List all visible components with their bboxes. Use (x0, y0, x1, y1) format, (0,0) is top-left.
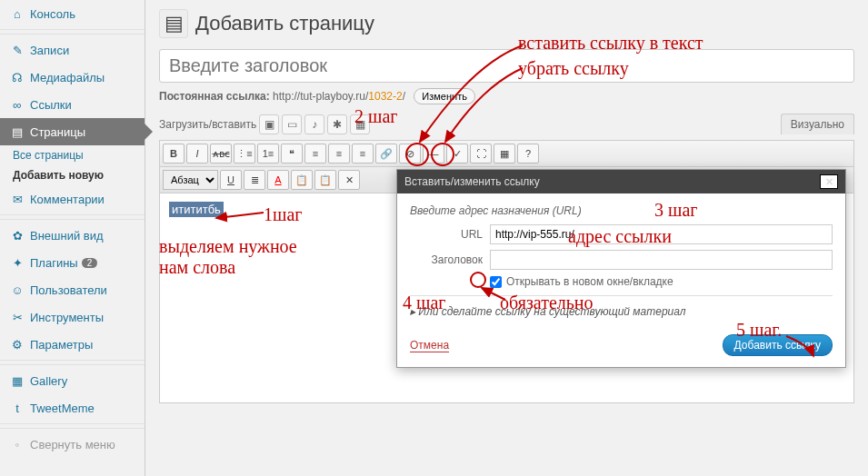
comment-icon: ✉ (9, 191, 25, 207)
twitter-icon: t (9, 400, 25, 416)
separator (0, 423, 145, 429)
url-label: URL (410, 228, 483, 241)
upload-video-button[interactable]: ▭ (282, 114, 302, 134)
format-select[interactable]: Абзац (163, 170, 218, 190)
label: Инструменты (30, 311, 104, 324)
expand-existing[interactable]: ▸ Или сделайте ссылку на существующий ма… (410, 302, 833, 322)
plugin-badge: 2 (82, 258, 98, 268)
newtab-row: Открывать в новом окне/вкладке (490, 275, 833, 288)
modal-footer: Отмена Добавить ссылку (397, 325, 845, 358)
underline-button[interactable]: U (220, 170, 242, 190)
appearance-icon: ✿ (9, 227, 25, 243)
modal-hint: Введите адрес назначения (URL) (410, 204, 833, 217)
ul-button[interactable]: ⋮≡ (234, 144, 255, 164)
url-row: URL (410, 224, 833, 244)
upload-image-button[interactable]: ▣ (259, 114, 279, 134)
permalink-base: http://tut-playboy.ru/ (273, 90, 368, 103)
permalink-row: Постоянная ссылка: http://tut-playboy.ru… (159, 88, 854, 104)
link-modal: Вставить/изменить ссылку ✕ Введите адрес… (396, 169, 846, 368)
url-input[interactable] (490, 224, 833, 244)
label: Консоль (30, 7, 75, 21)
sidebar-item-users[interactable]: ☺Пользователи (0, 276, 145, 303)
align-left-button[interactable]: ≡ (304, 144, 326, 164)
label: Страницы (30, 125, 85, 139)
sidebar-item-tools[interactable]: ✂Инструменты (0, 303, 145, 331)
label: Медиафайлы (30, 71, 105, 84)
close-button[interactable]: ✕ (820, 174, 838, 189)
label: Комментарии (30, 193, 105, 206)
sidebar-item-comments[interactable]: ✉Комментарии (0, 185, 145, 213)
label: Внешний вид (30, 229, 104, 243)
justify-button[interactable]: ≣ (244, 170, 265, 190)
modal-header[interactable]: Вставить/изменить ссылку ✕ (397, 170, 845, 193)
italic-button[interactable]: I (186, 144, 208, 164)
sidebar-item-settings[interactable]: ⚙Параметры (0, 331, 145, 358)
add-link-button[interactable]: Добавить ссылку (723, 334, 833, 356)
sidebar-item-console[interactable]: ⌂Консоль (0, 0, 145, 27)
sidebar-item-tweetmeme[interactable]: tTweetMeme (0, 394, 145, 421)
page-icon: ▤ (9, 124, 25, 140)
home-icon: ⌂ (9, 5, 25, 22)
sidebar-item-pages[interactable]: ▤Страницы (0, 118, 145, 145)
newtab-label: Открывать в новом окне/вкладке (506, 275, 673, 288)
sidebar-item-posts[interactable]: ✎Записи (0, 36, 145, 64)
submenu-add-new[interactable]: Добавить новую (0, 165, 145, 185)
upload-audio-button[interactable]: ♪ (304, 114, 324, 134)
modal-title: Вставить/изменить ссылку (404, 175, 540, 188)
spellcheck-button[interactable]: ✓ (446, 144, 468, 164)
upload-media-button[interactable]: ✱ (327, 114, 347, 134)
clear-format-button[interactable]: ✕ (338, 170, 360, 190)
permalink-suffix: / (403, 90, 405, 103)
label: Ссылки (30, 98, 72, 112)
toolbar-row-1: B I ᴀʙᴄ ⋮≡ 1≡ ❝ ≡ ≡ ≡ 🔗 ⊘ — ✓ ⛶ ▦ ? (160, 141, 853, 167)
bold-button[interactable]: B (163, 144, 185, 164)
newtab-checkbox[interactable] (490, 276, 502, 288)
remove-link-button[interactable]: ⊘ (399, 144, 421, 164)
sidebar-item-media[interactable]: ☊Медиафайлы (0, 64, 145, 91)
label: Параметры (30, 338, 93, 352)
permalink-slug: 1032-2 (368, 90, 402, 103)
fullscreen-button[interactable]: ⛶ (470, 144, 492, 164)
media-icon: ☊ (9, 69, 25, 85)
tab-visual[interactable]: Визуально (781, 114, 854, 134)
collapse-menu[interactable]: ◦Свернуть меню (0, 431, 145, 458)
label: Пользователи (30, 283, 107, 297)
label: Gallery (30, 374, 67, 388)
sidebar-item-links[interactable]: ∞Ссылки (0, 91, 145, 118)
quote-button[interactable]: ❝ (281, 144, 303, 164)
label: Плагины (30, 256, 78, 270)
paste-text-button[interactable]: 📋 (291, 170, 313, 190)
label: Записи (30, 44, 69, 57)
label: TweetMeme (30, 402, 95, 415)
sidebar-item-plugins[interactable]: ✦Плагины2 (0, 249, 145, 276)
submenu-all-pages[interactable]: Все страницы (0, 145, 145, 165)
sidebar-item-appearance[interactable]: ✿Внешний вид (0, 222, 145, 249)
upload-gallery-button[interactable]: ▦ (350, 114, 370, 134)
title-row: Заголовок (410, 250, 833, 270)
selected-text: итититбь (169, 202, 224, 217)
page-title-icon: ▤ (159, 9, 188, 38)
separator (0, 214, 145, 220)
link-title-input[interactable] (490, 250, 833, 270)
edit-permalink-button[interactable]: Изменить (414, 88, 475, 104)
align-center-button[interactable]: ≡ (328, 144, 350, 164)
edit-icon: ✎ (9, 42, 25, 58)
modal-body: Введите адрес назначения (URL) URL Загол… (397, 193, 845, 325)
help-button[interactable]: ? (517, 144, 539, 164)
ol-button[interactable]: 1≡ (257, 144, 279, 164)
text-color-button[interactable]: A (267, 170, 289, 190)
separator (0, 360, 145, 365)
more-button[interactable]: — (423, 144, 444, 164)
post-title-input[interactable] (159, 49, 854, 83)
gear-icon: ⚙ (9, 336, 25, 352)
admin-sidebar: ⌂Консоль ✎Записи ☊Медиафайлы ∞Ссылки ▤Ст… (0, 0, 145, 476)
sidebar-item-gallery[interactable]: ▦Gallery (0, 367, 145, 394)
paste-word-button[interactable]: 📋 (314, 170, 336, 190)
cancel-link[interactable]: Отмена (410, 339, 449, 352)
permalink-label: Постоянная ссылка: (159, 90, 270, 103)
insert-link-button[interactable]: 🔗 (375, 144, 397, 164)
align-right-button[interactable]: ≡ (352, 144, 374, 164)
kitchen-sink-button[interactable]: ▦ (494, 144, 515, 164)
strike-button[interactable]: ᴀʙᴄ (210, 144, 232, 164)
label: Свернуть меню (30, 438, 115, 451)
